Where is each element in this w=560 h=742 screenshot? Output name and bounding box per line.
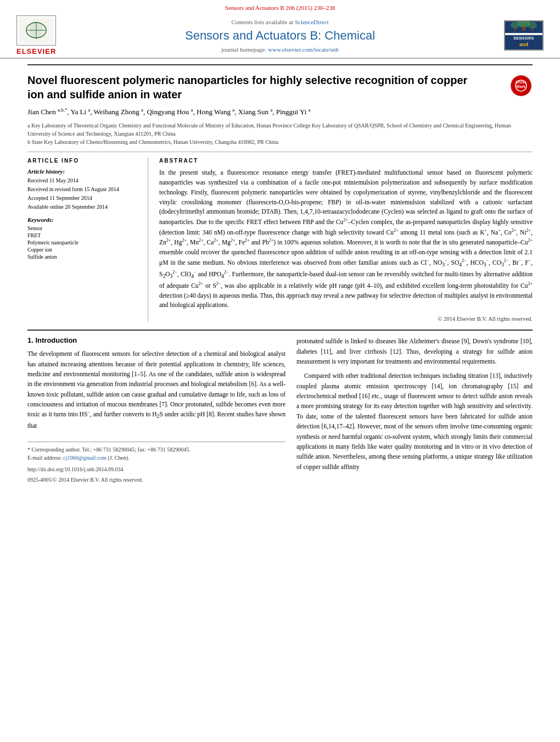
received-revised-date: Received in revised form 15 August 2014 (27, 186, 139, 193)
crossmark-circle: Cross Mark (511, 75, 531, 96)
copyright-line: © 2014 Elsevier B.V. All rights reserved… (159, 316, 533, 322)
journal-title-center: Contents lists available at ScienceDirec… (66, 19, 494, 53)
section1-title: 1. Introduction (27, 336, 285, 344)
footnote-star-text: * Corresponding author. Tel.: +86 731 58… (27, 447, 191, 453)
homepage-link[interactable]: www.elsevier.com/locate/snb (268, 46, 339, 53)
body-right-text-2: Compared with other traditional detectio… (296, 371, 533, 472)
accepted-date: Accepted 11 September 2014 (27, 194, 139, 202)
keyword-copper: Copper ion (27, 247, 139, 253)
sensors-logo-box: SENSORS and ACTUATORS (504, 20, 544, 51)
abstract-text: In the present study, a fluorescence res… (159, 168, 533, 310)
article-history-title: Article history: (27, 168, 139, 175)
article-meta-line: Sensors and Actuators B 206 (2015) 230–2… (16, 4, 544, 11)
sciencedirect-link[interactable]: ScienceDirect (295, 19, 329, 25)
affiliation-b: b State Key Laboratory of Chemo/Biosensi… (27, 138, 533, 146)
svg-point-7 (511, 22, 519, 29)
body-left: 1. Introduction The development of fluor… (27, 336, 285, 483)
keyword-fret: FRET (27, 232, 139, 238)
footnote-corresponding: * Corresponding author. Tel.: +86 731 58… (27, 445, 285, 454)
homepage-line: journal homepage: www.elsevier.com/locat… (66, 46, 494, 53)
article-content: Novel fluorescent polymeric nanoparticle… (0, 59, 560, 488)
issn-line: 0925-4005/© 2014 Elsevier B.V. All right… (27, 477, 285, 483)
doi-line: http://dx.doi.org/10.1016/j.snb.2014.09.… (27, 466, 285, 472)
email-link[interactable]: cj1066@gmail.com (63, 455, 107, 461)
two-col-section: ARTICLE INFO Article history: Received 1… (27, 152, 533, 322)
crossmark-logo: Cross Mark (511, 75, 533, 97)
svg-point-9 (528, 22, 537, 29)
sensors-logo: SENSORS and ACTUATORS (494, 20, 544, 51)
authors-line: Jian Chen a,b,*, Ya Li a, Weibang Zhong … (27, 106, 533, 118)
footnote-section: * Corresponding author. Tel.: +86 731 58… (27, 442, 285, 483)
article-info-title: ARTICLE INFO (27, 158, 139, 164)
sensors-logo-inner: SENSORS and ACTUATORS (505, 20, 542, 51)
doi-link[interactable]: http://dx.doi.org/10.1016/j.snb.2014.09.… (27, 466, 124, 472)
elsevier-image (16, 15, 56, 46)
body-right-text: protonated sulfide is linked to diseases… (296, 336, 533, 366)
journal-header: Sensors and Actuators B 206 (2015) 230–2… (0, 0, 560, 59)
actuators-text: ACTUATORS (505, 48, 542, 51)
article-citation: Sensors and Actuators B 206 (2015) 230–2… (225, 4, 335, 11)
footnote-email-line: E-mail address: cj1066@gmail.com (J. Che… (27, 454, 285, 462)
keyword-sensor: Sensor (27, 225, 139, 231)
svg-rect-10 (531, 28, 534, 31)
email-label: E-mail address: (27, 455, 63, 461)
received-date: Received 11 May 2014 (27, 177, 139, 185)
article-title: Novel fluorescent polymeric nanoparticle… (27, 73, 483, 102)
svg-rect-6 (522, 26, 525, 31)
body-left-text: The development of fluorescent sensors f… (27, 349, 285, 431)
header-main: ELSEVIER Contents lists available at Sci… (16, 13, 544, 58)
title-section: Novel fluorescent polymeric nanoparticle… (27, 64, 533, 102)
keyword-polymer: Polymeric nanoparticle (27, 239, 139, 246)
keywords-title: Keywords: (27, 216, 139, 223)
sensors-text: SENSORS (505, 35, 542, 41)
journal-name: Sensors and Actuators B: Chemical (66, 29, 494, 43)
affiliations: a Key Laboratory of Theoretical Organic … (27, 121, 533, 146)
elsevier-label: ELSEVIER (16, 47, 56, 55)
email-suffix: (J. Chen). (107, 455, 130, 461)
abstract-column: ABSTRACT In the present study, a fluores… (159, 158, 533, 322)
body-content: 1. Introduction The development of fluor… (27, 330, 533, 483)
page-wrapper: Sensors and Actuators B 206 (2015) 230–2… (0, 0, 560, 488)
body-right: protonated sulfide is linked to diseases… (296, 336, 533, 483)
contents-line: Contents lists available at ScienceDirec… (66, 19, 494, 25)
svg-text:Mark: Mark (517, 85, 525, 88)
elsevier-logo: ELSEVIER (16, 15, 66, 55)
available-date: Available online 20 September 2014 (27, 203, 139, 211)
affiliation-a: a Key Laboratory of Theoretical Organic … (27, 121, 533, 138)
article-info-column: ARTICLE INFO Article history: Received 1… (27, 158, 148, 322)
svg-rect-8 (514, 28, 516, 31)
keyword-sulfide: Sulfide anion (27, 254, 139, 260)
abstract-title: ABSTRACT (159, 158, 533, 164)
and-text: and (505, 41, 542, 48)
